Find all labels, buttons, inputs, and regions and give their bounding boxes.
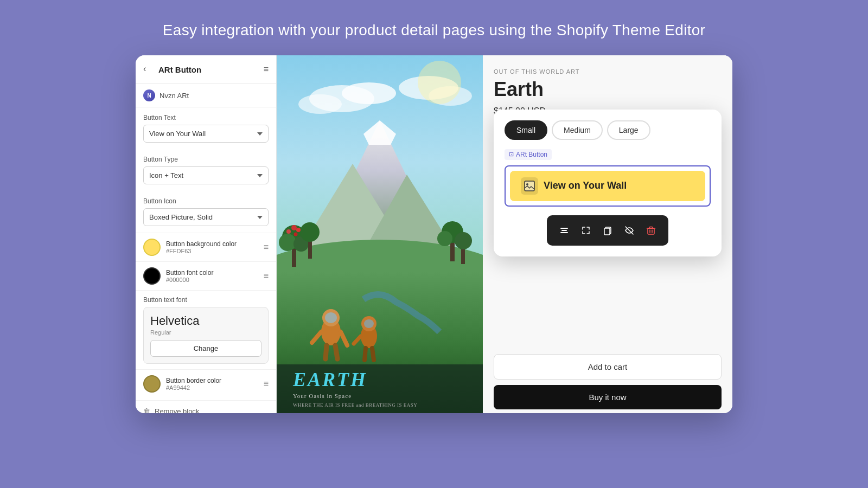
bg-color-row: Button background color #FFDF63 ≡	[136, 233, 276, 261]
size-tabs: Small Medium Large	[505, 120, 711, 140]
svg-point-15	[279, 234, 296, 251]
svg-rect-22	[461, 248, 465, 264]
buy-now-button[interactable]: Buy it now	[494, 385, 722, 409]
product-image-svg: EARTH Your Oasis in Space WHERE THE AIR …	[277, 55, 483, 413]
product-details: OUT OF THIS WORLD ART Earth $145.00 USD …	[483, 55, 732, 413]
button-text-label: Button Text	[143, 114, 269, 121]
size-tab-medium[interactable]: Medium	[552, 120, 603, 140]
button-type-select[interactable]: Icon + Text Icon Text Text Only Icon Onl…	[143, 166, 269, 184]
bg-color-swatch[interactable]	[143, 239, 161, 256]
svg-rect-17	[308, 240, 312, 259]
button-text-select[interactable]: View on Your Wall See it on Your Wall AR…	[143, 125, 269, 143]
copy-icon	[603, 226, 612, 235]
remove-block-label: Remove block	[155, 407, 199, 413]
svg-line-36	[372, 348, 374, 360]
svg-point-37	[291, 225, 297, 230]
bg-color-label: Button background color	[166, 240, 237, 248]
border-color-swatch[interactable]	[143, 375, 161, 393]
toolbar-expand-btn[interactable]	[576, 221, 596, 240]
border-color-stack-icon[interactable]: ≡	[264, 379, 269, 389]
view-button-text: View on Your Wall	[544, 180, 627, 191]
svg-point-33	[364, 319, 374, 328]
sidebar-header-left: ‹ ARt Button	[143, 64, 201, 75]
view-on-wall-container: View on Your Wall	[505, 165, 711, 207]
sidebar: ‹ ARt Button ≡ N Nvzn ARt Button Text Vi…	[136, 55, 277, 413]
main-card: ‹ ARt Button ≡ N Nvzn ARt Button Text Vi…	[136, 55, 732, 413]
button-icon-label: Button Icon	[143, 197, 269, 205]
svg-point-23	[455, 232, 472, 249]
bg-color-info: Button background color #FFDF63	[166, 240, 237, 254]
svg-rect-49	[560, 232, 568, 233]
sidebar-header: ‹ ARt Button ≡	[136, 55, 276, 84]
font-color-stack-icon[interactable]: ≡	[264, 271, 269, 281]
art-button-label: ⊡ ARt Button	[505, 149, 552, 160]
button-type-label: Button Type	[143, 156, 269, 163]
font-color-value: #000000	[166, 277, 213, 283]
art-button-label-text: ARt Button	[516, 151, 547, 158]
expand-icon	[581, 226, 591, 235]
main-content: EARTH Your Oasis in Space WHERE THE AIR …	[277, 55, 732, 413]
button-icon-section: Button Icon Boxed Picture, Solid Camera …	[136, 191, 276, 233]
svg-point-38	[286, 229, 291, 234]
button-text-section: Button Text View on Your Wall See it on …	[136, 107, 276, 149]
border-color-label: Button border color	[166, 377, 221, 384]
button-type-section: Button Type Icon + Text Icon Text Text O…	[136, 149, 276, 191]
widget-toolbar	[547, 215, 668, 246]
border-color-info: Button border color #A99442	[166, 377, 221, 391]
widget-popup: Small Medium Large ⊡ ARt Button	[494, 110, 722, 256]
picture-icon	[524, 181, 535, 191]
svg-point-46	[526, 183, 528, 185]
border-color-row: Button border color #A99442 ≡	[136, 369, 276, 398]
trash-icon: 🗑	[143, 407, 150, 413]
font-style: Regular	[150, 329, 261, 336]
toolbar-align-btn[interactable]	[554, 221, 574, 240]
font-color-swatch[interactable]	[143, 267, 161, 285]
svg-text:EARTH: EARTH	[292, 369, 367, 390]
svg-rect-53	[648, 228, 654, 234]
svg-text:Your Oasis in Space: Your Oasis in Space	[293, 393, 352, 399]
brand-logo: N	[143, 89, 155, 101]
size-tab-small[interactable]: Small	[505, 120, 547, 140]
product-image-area: EARTH Your Oasis in Space WHERE THE AIR …	[277, 55, 483, 413]
font-section: Button text font Helvetica Regular Chang…	[136, 290, 276, 369]
svg-point-40	[294, 233, 298, 236]
brand-row: N Nvzn ARt	[136, 84, 276, 107]
align-icon	[559, 226, 569, 235]
svg-point-2	[342, 82, 396, 104]
product-actions: Add to cart Buy it now	[494, 354, 722, 409]
svg-point-3	[298, 94, 342, 114]
toolbar-copy-btn[interactable]	[598, 221, 617, 240]
back-icon[interactable]: ‹	[143, 64, 154, 75]
change-font-button[interactable]: Change	[150, 340, 261, 357]
svg-text:WHERE THE AIR IS FREE and BREA: WHERE THE AIR IS FREE and BREATHING IS E…	[293, 402, 417, 408]
sidebar-menu-icon[interactable]: ≡	[264, 65, 269, 74]
font-name: Helvetica	[150, 314, 261, 328]
svg-point-21	[437, 231, 452, 246]
toolbar-hide-btn[interactable]	[620, 221, 639, 240]
product-name: Earth	[494, 78, 722, 101]
font-color-info: Button font color #000000	[166, 269, 213, 283]
svg-line-35	[365, 348, 366, 360]
size-tab-large[interactable]: Large	[607, 120, 650, 140]
svg-point-6	[418, 61, 461, 104]
page-title: Easy integration with your product detai…	[163, 22, 705, 39]
toolbar-delete-btn[interactable]	[641, 221, 661, 240]
font-box: Helvetica Regular Change	[143, 307, 269, 364]
svg-rect-45	[525, 181, 534, 191]
view-on-wall-button[interactable]: View on Your Wall	[510, 171, 705, 201]
remove-block[interactable]: 🗑 Remove block	[136, 400, 276, 413]
button-icon-select[interactable]: Boxed Picture, Solid Camera Eye Cube	[143, 208, 269, 226]
delete-icon	[646, 226, 656, 235]
svg-point-39	[296, 228, 301, 232]
svg-rect-48	[561, 230, 567, 231]
svg-point-18	[300, 222, 320, 242]
svg-rect-51	[604, 228, 610, 235]
border-color-value: #A99442	[166, 384, 221, 391]
add-to-cart-button[interactable]: Add to cart	[494, 354, 722, 380]
color-stack-icon[interactable]: ≡	[264, 242, 269, 252]
svg-point-26	[325, 312, 337, 323]
font-section-label: Button text font	[143, 296, 269, 304]
art-button-label-icon: ⊡	[509, 151, 514, 158]
svg-rect-47	[560, 228, 568, 229]
product-brand: OUT OF THIS WORLD ART	[494, 68, 722, 75]
